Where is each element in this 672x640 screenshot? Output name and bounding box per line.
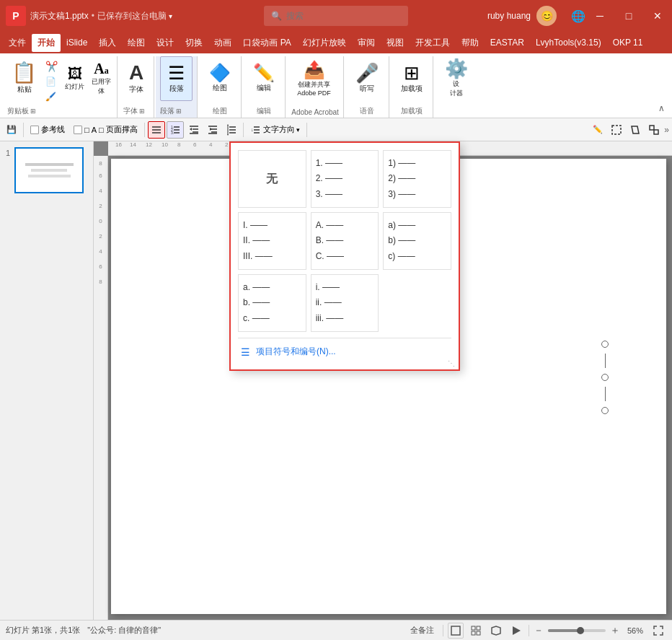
slide-sorter-button[interactable]: [468, 623, 484, 639]
text-direction-button[interactable]: ↓ 文字方向 ▾: [247, 122, 304, 138]
svg-text:↓: ↓: [251, 127, 254, 132]
edit-button[interactable]: ✏️ 编辑: [247, 56, 280, 101]
menu-view[interactable]: 视图: [381, 34, 410, 52]
left-ruler: 8 6 4 2 0 2 4 6 8: [94, 156, 108, 620]
copy-button[interactable]: 📄: [43, 74, 61, 89]
paste-label: 粘贴: [17, 84, 32, 95]
increase-indent-button[interactable]: [204, 121, 221, 139]
resize-grip[interactable]: ⋱: [448, 359, 455, 367]
decrease-indent-button[interactable]: [185, 121, 203, 139]
list-option-parenthesis[interactable]: 1) —— 2) —— 3) ——: [383, 150, 451, 208]
clipboard-label: 剪贴板⊞: [7, 106, 114, 118]
avatar[interactable]: 😊: [536, 6, 557, 26]
menu-file[interactable]: 文件: [3, 34, 32, 52]
slideshow-button[interactable]: [508, 623, 524, 639]
menu-home[interactable]: 开始: [32, 34, 61, 52]
search-input[interactable]: [286, 11, 387, 21]
toolbar-separator-2: [144, 123, 145, 137]
zoom-fit-button[interactable]: 56%: [624, 625, 646, 636]
ribbon: 📋 粘贴 ✂️ 📄 🖌️ 🖼 幻灯片: [0, 53, 672, 118]
page-fill-label: □: [84, 126, 89, 134]
page-fill-checkbox[interactable]: □ A □ 页面撑高: [70, 122, 141, 137]
list-option-numbered[interactable]: 1. —— 2. —— 3. ——: [311, 150, 379, 208]
cut-button[interactable]: ✂️: [43, 59, 61, 74]
edit-icon-btn[interactable]: ✏️: [589, 121, 606, 139]
font-button[interactable]: Aa 已用字体: [89, 56, 114, 101]
list-option-roman-upper[interactable]: I. —— II. —— III. ——: [238, 212, 306, 270]
list-option-alpha-lower-dot[interactable]: a. —— b. —— c. ——: [238, 274, 306, 332]
menu-design[interactable]: 设计: [151, 34, 180, 52]
line-spacing-button[interactable]: [223, 121, 240, 139]
zoom-slider[interactable]: [548, 629, 606, 632]
zoom-minus[interactable]: －: [534, 624, 544, 637]
statusbar-separator: [443, 625, 443, 636]
format-painter-button[interactable]: 🖌️: [43, 89, 61, 104]
font-group-button[interactable]: A 字体: [123, 56, 149, 101]
svg-text:3.: 3.: [171, 131, 174, 135]
reading-view-button[interactable]: [488, 623, 504, 639]
list-option-text: 1. ——: [316, 156, 374, 172]
text-direction-arrow: ▾: [296, 126, 300, 133]
ribbon-group-adobe: 📤 创建并共享Adobe PDF Adobe Acrobat: [287, 56, 344, 118]
arrange-icon-btn[interactable]: [645, 121, 663, 139]
menu-developer[interactable]: 开发工具: [410, 34, 456, 52]
menu-review[interactable]: 审阅: [352, 34, 381, 52]
numbered-list-button[interactable]: 1.2.3.: [167, 121, 184, 139]
minimize-button[interactable]: ─: [585, 0, 614, 32]
win-controls: ─ □ ✕: [585, 0, 672, 32]
menu-pa[interactable]: 口袋动画 PA: [237, 34, 296, 52]
transform-icon-btn[interactable]: [627, 121, 644, 139]
menu-transitions[interactable]: 切换: [180, 34, 208, 52]
crop-icon-btn[interactable]: [608, 121, 625, 139]
list-option-alpha-upper[interactable]: A. —— B. —— C. ——: [311, 212, 379, 270]
designer-button[interactable]: ⚙️ 设计器: [439, 56, 474, 101]
save-icon[interactable]: 💾: [3, 121, 20, 139]
menu-animations[interactable]: 动画: [208, 34, 237, 52]
list-option-alpha-lower-paren[interactable]: a) —— b) —— c) ——: [383, 212, 451, 270]
adobe-button[interactable]: 📤 创建并共享Adobe PDF: [291, 56, 337, 101]
new-slide-button[interactable]: 🖼 幻灯片: [62, 56, 87, 101]
app-icon: P: [6, 6, 26, 26]
comments-button[interactable]: 全备注: [406, 623, 438, 637]
svg-marker-13: [190, 128, 192, 131]
menu-eastar[interactable]: EASTAR: [485, 35, 530, 51]
list-option-roman-lower[interactable]: i. —— ii. —— iii. ——: [311, 274, 379, 332]
svg-marker-23: [227, 134, 229, 136]
zoom-plus[interactable]: ＋: [610, 624, 620, 637]
dropdown-divider: [238, 338, 451, 338]
close-button[interactable]: ✕: [643, 0, 672, 32]
ribbon-group-draw: 🔷 绘图 绘图: [199, 56, 242, 118]
maximize-button[interactable]: □: [614, 0, 643, 32]
menu-islide[interactable]: iSlide: [61, 35, 93, 51]
globe-icon[interactable]: 🌐: [571, 9, 585, 23]
paste-button[interactable]: 📋 粘贴: [7, 56, 41, 101]
menubar: 文件 开始 iSlide 插入 绘图 设计 切换 动画 口袋动画 PA 幻灯片放…: [0, 32, 672, 53]
text-direction-label: 文字方向: [263, 124, 295, 135]
comments-label: 全备注: [410, 625, 434, 636]
ribbon-group-voice: 🎤 听写 语音: [345, 56, 389, 118]
menu-okp[interactable]: OKP 11: [607, 35, 649, 51]
fit-page-button[interactable]: [650, 623, 666, 639]
slide-item-1[interactable]: 1: [6, 147, 87, 193]
menu-slideshow[interactable]: 幻灯片放映: [297, 34, 352, 52]
bullets-and-numbering-button[interactable]: ☰ 项目符号和编号(N)...: [238, 341, 451, 362]
toolbar: 💾 参考线 □ A □ 页面撑高 1.2.3. ↓ 文字方向 ▾ ✏️: [0, 118, 672, 141]
dictate-button[interactable]: 🎤 听写: [350, 56, 384, 101]
ribbon-collapse[interactable]: ∧: [658, 56, 668, 118]
addins-button[interactable]: ⊞ 加载项: [395, 56, 428, 101]
normal-view-button[interactable]: [448, 623, 464, 639]
svg-rect-35: [477, 626, 480, 630]
slide-thumbnail[interactable]: [14, 147, 84, 193]
menu-draw[interactable]: 绘图: [122, 34, 151, 52]
paragraph-button[interactable]: ☰ 段落: [160, 56, 193, 101]
menu-help[interactable]: 帮助: [456, 34, 485, 52]
dropdown-arrow[interactable]: ▾: [169, 12, 172, 20]
menu-insert[interactable]: 插入: [93, 34, 122, 52]
guidelines-checkbox[interactable]: 参考线: [27, 122, 68, 137]
bullet-list-button[interactable]: [148, 121, 165, 139]
draw-button[interactable]: 🔷 绘图: [203, 56, 236, 101]
list-option-none[interactable]: 无: [238, 150, 306, 208]
menu-lvyhtools[interactable]: LvyhTools(v3.15): [530, 35, 607, 51]
addins-label: 加载项: [395, 106, 428, 118]
edit-label: 编辑: [247, 106, 280, 118]
